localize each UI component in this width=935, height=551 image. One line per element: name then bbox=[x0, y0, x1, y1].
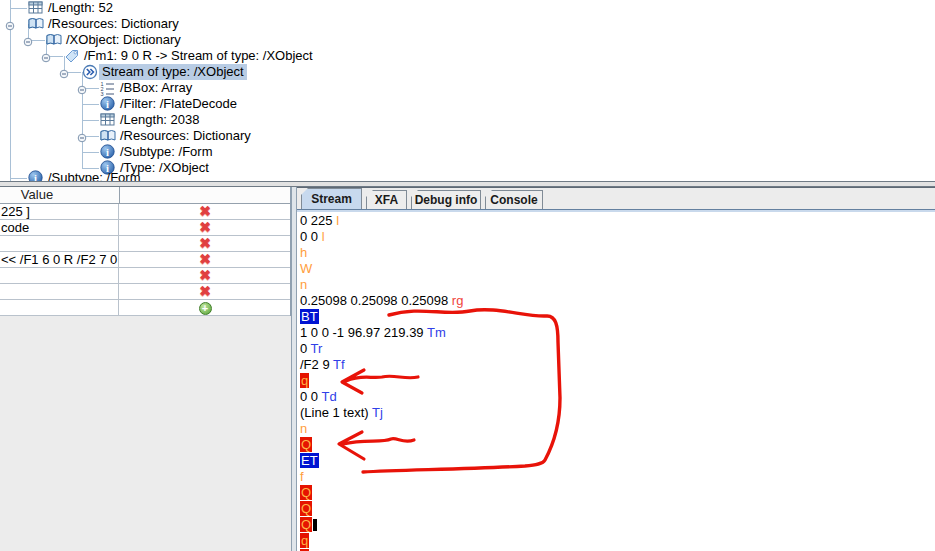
tree-item[interactable]: 123/BBox: Array bbox=[0, 80, 935, 96]
tab-stream[interactable]: Stream bbox=[301, 188, 362, 209]
tree-expand-handle-icon[interactable] bbox=[5, 19, 15, 29]
stream-line: Q bbox=[300, 517, 463, 533]
value-cell[interactable]: code bbox=[0, 220, 119, 235]
table-row: << /F1 6 0 R /F2 7 0 ...✖ bbox=[0, 252, 290, 268]
stream-token: l bbox=[336, 213, 339, 228]
delete-icon[interactable]: ✖ bbox=[199, 220, 211, 235]
stream-token: Q bbox=[300, 517, 312, 532]
tree-item[interactable]: /Length: 2038 bbox=[0, 112, 935, 128]
delete-row-button[interactable]: ✖ bbox=[120, 236, 290, 251]
tree-item[interactable]: /Resources: Dictionary bbox=[0, 128, 935, 144]
stream-token: 0 bbox=[300, 341, 311, 356]
stream-editor[interactable]: 0 225 l0 0 lhWn0.25098 0.25098 0.25098 r… bbox=[297, 209, 935, 551]
table-row: code✖ bbox=[0, 220, 290, 236]
delete-icon[interactable]: ✖ bbox=[199, 252, 211, 267]
value-cell[interactable]: 225 ] bbox=[0, 204, 119, 219]
info-icon: i bbox=[100, 96, 116, 112]
stream-token: Tr bbox=[311, 341, 323, 356]
value-cell[interactable] bbox=[0, 300, 119, 315]
tree-item-label[interactable]: /Resources: Dictionary bbox=[45, 16, 182, 32]
delete-row-button[interactable]: ✖ bbox=[120, 252, 290, 267]
tab-console[interactable]: Console bbox=[485, 190, 543, 209]
tree-expand-handle-icon[interactable] bbox=[41, 51, 51, 61]
delete-row-button[interactable]: ✖ bbox=[120, 268, 290, 283]
tag-icon bbox=[64, 48, 80, 64]
book-icon bbox=[46, 32, 62, 48]
stream-token: q bbox=[300, 373, 309, 388]
stream-token: n bbox=[300, 277, 307, 292]
stream-line: Q bbox=[300, 501, 463, 517]
delete-row-button[interactable]: ✖ bbox=[120, 204, 290, 219]
add-icon[interactable]: + bbox=[199, 302, 212, 315]
stream-line: BT bbox=[300, 309, 463, 325]
stream-line: q bbox=[300, 373, 463, 389]
stream-token: Q bbox=[300, 485, 312, 500]
column-divider[interactable] bbox=[119, 187, 120, 204]
tree-item[interactable]: /Fm1: 9 0 R -> Stream of type: /XObject bbox=[0, 48, 935, 64]
tree-item[interactable]: Stream of type: /XObject bbox=[0, 64, 935, 80]
stream-line: 0 Tr bbox=[300, 341, 463, 357]
stream-token: W bbox=[300, 261, 312, 276]
tree-expand-handle-icon[interactable] bbox=[77, 83, 87, 93]
stream-token: (Line 1 text) bbox=[300, 405, 372, 420]
value-cell[interactable] bbox=[0, 268, 119, 283]
stream-token: Tf bbox=[333, 357, 345, 372]
value-cell[interactable] bbox=[0, 236, 119, 251]
tab-xfa[interactable]: XFA bbox=[366, 190, 407, 209]
tree-item-label[interactable]: /Subtype: /Form bbox=[45, 170, 143, 181]
tree-item[interactable]: i/Subtype: /Form bbox=[0, 144, 935, 160]
stream-tabstrip: StreamXFADebug infoConsole bbox=[297, 187, 935, 209]
tree-item-label[interactable]: /Resources: Dictionary bbox=[117, 128, 254, 144]
value-cell[interactable]: << /F1 6 0 R /F2 7 0 ... bbox=[0, 252, 119, 267]
delete-row-button[interactable]: ✖ bbox=[120, 220, 290, 235]
tab-debug-info[interactable]: Debug info bbox=[411, 190, 481, 209]
stream-line: h bbox=[300, 245, 463, 261]
tree-expand-handle-icon[interactable] bbox=[23, 35, 33, 45]
tree-item-label[interactable]: /BBox: Array bbox=[117, 80, 195, 96]
delete-icon[interactable]: ✖ bbox=[199, 204, 211, 219]
stream-line: n bbox=[300, 421, 463, 437]
stream-token: 0 0 bbox=[300, 389, 321, 404]
delete-icon[interactable]: ✖ bbox=[199, 236, 211, 251]
table-icon bbox=[28, 0, 44, 16]
svg-text:i: i bbox=[106, 99, 109, 110]
tree-item[interactable]: /Length: 52 bbox=[0, 0, 935, 16]
add-row-button[interactable]: + bbox=[120, 300, 290, 315]
stream-line: f bbox=[300, 469, 463, 485]
value-column-header[interactable]: Value bbox=[0, 187, 119, 203]
tree-item-label[interactable]: /XObject: Dictionary bbox=[63, 32, 184, 48]
tree-item-label[interactable]: Stream of type: /XObject bbox=[99, 64, 247, 80]
tree-item-label[interactable]: /Filter: /FlateDecode bbox=[117, 96, 240, 112]
delete-icon[interactable]: ✖ bbox=[199, 268, 211, 283]
pdf-object-tree: /Length: 52/Resources: Dictionary/XObjec… bbox=[0, 0, 935, 181]
stream-token: l bbox=[322, 229, 325, 244]
stream-token: q bbox=[300, 533, 309, 548]
stream-token: /F2 9 bbox=[300, 357, 333, 372]
delete-row-button[interactable]: ✖ bbox=[120, 284, 290, 299]
stream-token: h bbox=[300, 245, 307, 260]
tree-item-label[interactable]: /Length: 2038 bbox=[117, 112, 203, 128]
stream-content: 0 225 l0 0 lhWn0.25098 0.25098 0.25098 r… bbox=[300, 213, 463, 551]
stream-token: Q bbox=[300, 437, 312, 452]
table-row: ✖ bbox=[0, 284, 290, 300]
table-row: ✖ bbox=[0, 268, 290, 284]
tree-expand-handle-icon[interactable] bbox=[59, 67, 69, 77]
value-cell[interactable] bbox=[0, 284, 119, 299]
tree-item-label[interactable]: /Subtype: /Form bbox=[117, 144, 215, 160]
tree-expand-handle-icon[interactable] bbox=[77, 131, 87, 141]
tree-item[interactable]: i/Filter: /FlateDecode bbox=[0, 96, 935, 112]
tree-item-label[interactable]: /Length: 52 bbox=[45, 0, 116, 16]
tree-item[interactable]: i/Subtype: /Form bbox=[0, 170, 935, 181]
stream-line: Q bbox=[300, 437, 463, 453]
tree-item-label[interactable]: /Fm1: 9 0 R -> Stream of type: /XObject bbox=[81, 48, 316, 64]
stream-token: Tj bbox=[372, 405, 383, 420]
tree-item[interactable]: /Resources: Dictionary bbox=[0, 16, 935, 32]
stream-line: (Line 1 text) Tj bbox=[300, 405, 463, 421]
stream-token: n bbox=[300, 421, 307, 436]
stream-token: Tm bbox=[427, 325, 446, 340]
stream-token: 0 0 bbox=[300, 229, 322, 244]
delete-icon[interactable]: ✖ bbox=[199, 284, 211, 299]
value-table-panel: Value 225 ]✖code✖✖<< /F1 6 0 R /F2 7 0 .… bbox=[0, 187, 291, 551]
tree-item[interactable]: /XObject: Dictionary bbox=[0, 32, 935, 48]
stream-icon bbox=[82, 64, 98, 80]
